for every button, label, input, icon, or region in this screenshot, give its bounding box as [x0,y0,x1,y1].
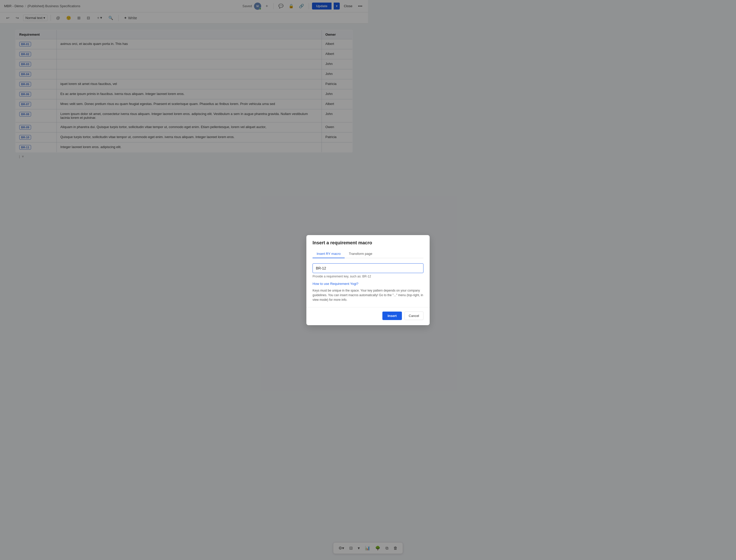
modal-overlay: Insert a requirement macro Insert RY mac… [0,0,368,280]
modal-tabs: Insert RY macro Transform page [312,250,368,258]
requirement-key-input[interactable] [312,263,368,273]
modal-title: Insert a requirement macro [312,240,368,246]
modal-body: Provide a requirement key, such as: BR-1… [306,258,368,280]
tab-insert-ry-macro[interactable]: Insert RY macro [312,250,344,258]
modal-header: Insert a requirement macro Insert RY mac… [306,235,368,258]
insert-macro-modal: Insert a requirement macro Insert RY mac… [306,235,368,280]
input-hint: Provide a requirement key, such as: BR-1… [312,275,368,278]
tab-transform-page[interactable]: Transform page [344,250,368,258]
